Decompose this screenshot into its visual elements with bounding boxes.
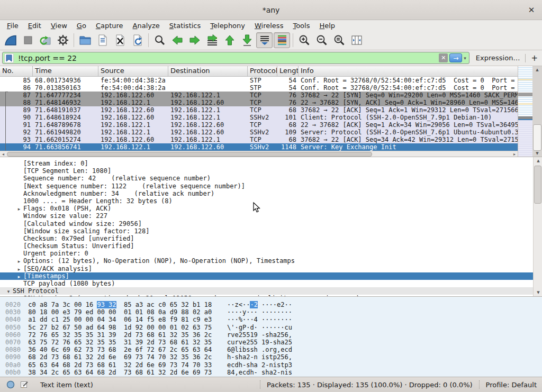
hex-row-0060[interactable]: 0060 72 76 65 32 35 35 31 39 2d 73 68 61… — [0, 331, 542, 339]
menu-view[interactable]: View — [46, 21, 72, 30]
detail-line[interactable]: [Calculated window size: 29056] — [0, 220, 542, 227]
packet-list-minimap[interactable] — [518, 66, 532, 157]
expander-closed-icon[interactable]: ▸ — [15, 274, 23, 279]
zoom-out-button[interactable] — [313, 32, 330, 48]
menu-capture[interactable]: Capture — [91, 21, 128, 30]
zoom-in-button[interactable] — [296, 32, 312, 48]
profile-indicator[interactable]: Profile: Default — [486, 381, 537, 389]
filter-apply-button[interactable]: → — [449, 53, 462, 62]
go-first-button[interactable] — [221, 32, 238, 48]
packet-row-85[interactable]: 8568.001734936fe:54:00:d4:38:2aSTP54Conf… — [0, 77, 518, 84]
expander-closed-icon[interactable]: ▸ — [15, 267, 23, 272]
hscroll-left-arrow-icon[interactable]: ◂ — [0, 151, 6, 157]
packet-row-90[interactable]: 9071.648618924192.168.122.60192.168.122.… — [0, 114, 518, 121]
hex-row-0020[interactable]: 0020 c0 a8 7a 3c 00 16 93 32 85 a3 ac c0… — [0, 301, 542, 308]
detail-line[interactable]: ▾SSH Protocol — [0, 287, 542, 295]
go-next-button[interactable] — [186, 32, 203, 48]
column-header-no[interactable]: No. — [0, 66, 33, 76]
detail-line[interactable]: ▸Flags: 0x018 (PSH, ACK) — [0, 205, 542, 212]
filter-clear-button[interactable]: ✕ — [439, 53, 448, 62]
detail-line[interactable]: [Window size scaling factor: 128] — [0, 227, 542, 235]
packet-list-vscrollbar[interactable]: ▲ ▼ — [532, 66, 542, 157]
expert-info-button[interactable] — [5, 379, 16, 390]
zoom-reset-button[interactable] — [331, 32, 347, 48]
menu-statistics[interactable]: Statistics — [165, 21, 205, 30]
expander-closed-icon[interactable]: ▸ — [15, 206, 23, 212]
auto-scroll-button[interactable] — [256, 32, 273, 48]
file-close-button[interactable] — [112, 32, 128, 48]
file-open-button[interactable] — [77, 32, 93, 48]
column-header-destination[interactable]: Destination — [168, 66, 248, 76]
packet-row-93[interactable]: 9371.662015274192.168.122.60192.168.122.… — [0, 136, 518, 143]
packet-row-86[interactable]: 8670.013850163fe:54:00:d4:38:2aSTP54Conf… — [0, 84, 518, 92]
detail-line[interactable]: Checksum: 0x79ed [unverified] — [0, 235, 542, 242]
detail-line[interactable]: 1000 .... = Header Length: 32 bytes (8) — [0, 197, 542, 205]
column-header-length[interactable]: Length — [277, 66, 299, 76]
colorize-button[interactable] — [274, 32, 290, 48]
file-save-button[interactable] — [94, 32, 111, 48]
hex-row-0040[interactable]: 0040 a1 dd c1 25 00 00 04 34 06 14 f5 e8… — [0, 316, 542, 323]
detail-line[interactable]: TCP payload (1080 bytes) — [0, 280, 542, 287]
packet-row-88[interactable]: 8871.648146932192.168.122.1192.168.122.6… — [0, 99, 518, 106]
menu-analyze[interactable]: Analyze — [128, 21, 165, 30]
column-header-protocol[interactable]: Protocol — [248, 66, 277, 76]
go-previous-button[interactable] — [169, 32, 185, 48]
hex-row-0090[interactable]: 0090 68 2d 73 68 61 32 2d 6e 69 73 74 70… — [0, 353, 542, 361]
hex-row-00a0[interactable]: 00a0 65 63 64 68 2d 73 68 61 32 2d 6e 69… — [0, 361, 542, 369]
expander-open-icon[interactable]: ▾ — [4, 289, 13, 294]
detail-line[interactable]: Window size value: 227 — [0, 212, 542, 220]
menu-file[interactable]: File — [2, 21, 23, 30]
packet-row-92[interactable]: 9271.661949820192.168.122.1192.168.122.6… — [0, 129, 518, 136]
vscroll-up-arrow-icon[interactable]: ▲ — [532, 66, 542, 74]
menu-wireless[interactable]: Wireless — [250, 21, 288, 30]
packet-row-91[interactable]: 9171.648789678192.168.122.1192.168.122.6… — [0, 121, 518, 129]
hex-row-0030[interactable]: 0030 80 18 00 e3 79 ed 00 00 01 01 08 0a… — [0, 308, 542, 316]
column-header-source[interactable]: Source — [98, 66, 168, 76]
find-packet-button[interactable] — [151, 32, 168, 48]
detail-line[interactable]: [Checksum Status: Unverified] — [0, 242, 542, 250]
hscroll-right-arrow-icon[interactable]: ▸ — [511, 151, 518, 157]
close-icon[interactable]: ✕ — [526, 5, 537, 15]
filter-dropdown-caret-icon[interactable]: ▾ — [464, 56, 466, 61]
hscroll-thumb[interactable] — [7, 152, 372, 157]
capture-restart-button[interactable] — [37, 32, 53, 48]
capture-comment-button[interactable] — [19, 379, 30, 390]
hex-row-0050[interactable]: 0050 5c 27 b2 67 50 ad 64 98 1d 92 00 00… — [0, 324, 542, 331]
reload-button[interactable] — [129, 32, 146, 48]
display-filter-input[interactable]: !tcp.port == 22 ✕ → ▾ — [2, 52, 469, 64]
detail-line[interactable]: Sequence number: 42 (relative sequence n… — [0, 175, 542, 182]
capture-start-button[interactable] — [2, 32, 19, 48]
go-last-button[interactable] — [239, 32, 255, 48]
filter-text[interactable]: !tcp.port == 22 — [15, 54, 439, 62]
capture-stop-button[interactable] — [20, 32, 36, 48]
column-header-info[interactable]: Info — [299, 66, 542, 76]
detail-line[interactable]: ▸Options: (12 bytes), No-Operation (NOP)… — [0, 257, 542, 265]
detail-line[interactable]: ▸[SEQ/ACK analysis] — [0, 265, 542, 272]
detail-scroll-down-icon[interactable]: ▼ — [534, 289, 542, 296]
menu-go[interactable]: Go — [72, 21, 91, 30]
vscroll-thumb[interactable] — [533, 124, 541, 151]
menu-tools[interactable]: Tools — [288, 21, 314, 30]
column-header-time[interactable]: Time — [33, 66, 98, 76]
filter-bookmark-button[interactable] — [3, 52, 15, 63]
menu-edit[interactable]: Edit — [23, 21, 46, 30]
expander-closed-icon[interactable]: ▸ — [15, 259, 23, 264]
detail-line[interactable]: [Stream index: 0] — [0, 160, 542, 167]
detail-line[interactable]: Acknowledgment number: 34 (relative ack … — [0, 190, 542, 197]
add-filter-button[interactable]: + — [531, 53, 538, 63]
detail-line[interactable]: Urgent pointer: 0 — [0, 250, 542, 257]
packet-list-hscrollbar[interactable]: ◂ ▸ — [0, 151, 518, 157]
detail-line[interactable]: [TCP Segment Len: 1080] — [0, 167, 542, 175]
packet-row-94[interactable]: 9471.663856741192.168.122.1192.168.122.6… — [0, 143, 518, 151]
detail-line[interactable]: ▸[Timestamps] — [0, 272, 542, 280]
vscroll-down-arrow-icon[interactable]: ▼ — [532, 150, 542, 157]
hex-row-00b0[interactable]: 00b0 38 34 2c 65 63 64 68 2d 73 68 61 32… — [0, 369, 542, 376]
packet-row-87[interactable]: 8771.647777234192.168.122.60192.168.122.… — [0, 92, 518, 99]
packet-row-89[interactable]: 8971.648191037192.168.122.60192.168.122.… — [0, 106, 518, 114]
detail-scroll-up-icon[interactable]: ▲ — [534, 157, 542, 165]
resize-columns-button[interactable] — [348, 32, 365, 48]
expression-button[interactable]: Expression… — [476, 54, 520, 62]
hex-row-0070[interactable]: 0070 63 75 72 76 65 32 35 35 31 39 2d 73… — [0, 339, 542, 346]
hex-row-0080[interactable]: 0080 36 40 6c 69 62 73 73 68 2e 6f 72 67… — [0, 346, 542, 353]
detail-vscrollbar[interactable]: ▲ ▼ — [533, 157, 542, 296]
